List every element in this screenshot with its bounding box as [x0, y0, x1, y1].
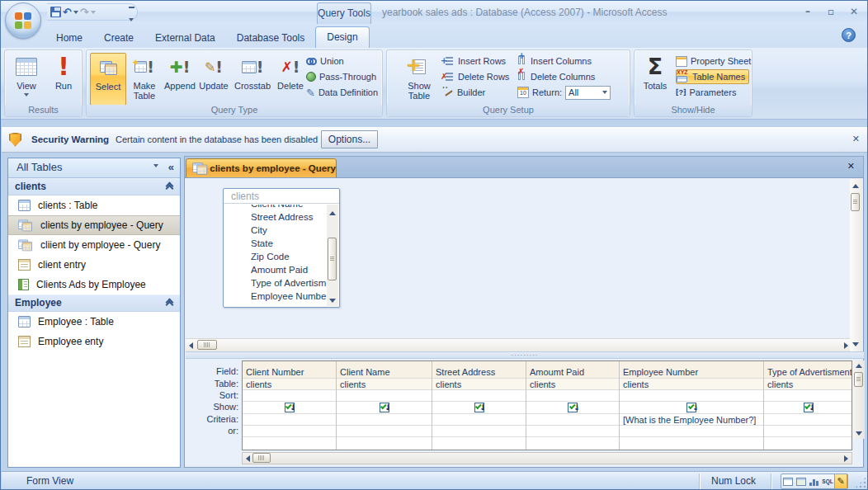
collapse-chevron-icon[interactable]: ▴▴: [166, 183, 173, 192]
return-combo[interactable]: All: [565, 86, 611, 100]
grid-cell-sort[interactable]: [526, 390, 619, 402]
delete-rows-button[interactable]: ✗ Delete Rows: [443, 69, 509, 84]
delete-columns-button[interactable]: ✗ Delete Columns: [517, 69, 595, 84]
pane-splitter[interactable]: ·········: [186, 351, 864, 359]
field-list-item[interactable]: Zip Code: [224, 250, 327, 263]
delete-query-button[interactable]: ✗! Delete: [273, 53, 308, 106]
grid-cell-field[interactable]: Employee Number: [620, 361, 763, 379]
grid-cell-criteria[interactable]: [432, 414, 526, 426]
nav-item[interactable]: cliient by employee - Query: [8, 235, 180, 255]
insert-columns-button[interactable]: + Insert Columns: [517, 54, 592, 68]
grid-cell-or[interactable]: [526, 426, 619, 437]
tab-external-data[interactable]: External Data: [144, 28, 226, 48]
resize-grip[interactable]: [855, 477, 866, 488]
grid-cell-criteria[interactable]: [526, 414, 619, 426]
show-checkbox[interactable]: ✔: [686, 403, 696, 412]
nav-group-header-clients[interactable]: clients▴▴: [8, 178, 180, 196]
save-icon[interactable]: [50, 7, 61, 17]
sql-view-button[interactable]: SQL: [821, 474, 834, 488]
update-button[interactable]: ✎! Update: [196, 53, 232, 106]
show-checkbox[interactable]: ✔: [568, 403, 578, 412]
grid-cell-field[interactable]: Client Number: [243, 361, 336, 379]
grid-cell-sort[interactable]: [337, 390, 432, 402]
grid-cell-criteria[interactable]: [What is the Employee Number?]: [620, 414, 763, 426]
top-pane-hscrollbar[interactable]: [186, 338, 851, 351]
office-button[interactable]: [5, 2, 41, 39]
run-button[interactable]: ! Run: [48, 53, 79, 106]
close-button[interactable]: ✕: [847, 6, 861, 17]
show-checkbox[interactable]: ✔: [380, 403, 389, 412]
collapse-chevron-icon[interactable]: ▴▴: [166, 299, 173, 309]
totals-button[interactable]: Σ Totals: [639, 53, 671, 106]
undo-icon[interactable]: ↶: [63, 7, 72, 17]
datasheet-view-button[interactable]: [781, 474, 795, 488]
document-tab[interactable]: clients by employee - Query: [186, 158, 337, 178]
field-list-item[interactable]: Street Address: [224, 210, 327, 224]
grid-cell-or[interactable]: [337, 426, 432, 437]
grid-cell-or[interactable]: [764, 426, 852, 437]
tab-design[interactable]: Design: [315, 26, 369, 48]
grid-cell-sort[interactable]: [432, 390, 526, 402]
grid-cell-field[interactable]: Type of Advertisment: [764, 361, 852, 379]
design-view-button[interactable]: ✎: [834, 474, 847, 488]
nav-item[interactable]: client entry: [8, 255, 180, 275]
grid-cell-or[interactable]: [243, 426, 336, 437]
tab-home[interactable]: Home: [45, 28, 93, 48]
nav-item[interactable]: Employee enty: [8, 332, 180, 351]
minimize-button[interactable]: –: [801, 6, 814, 17]
property-sheet-button[interactable]: Property Sheet: [676, 54, 751, 68]
grid-cell-show[interactable]: ✔: [432, 402, 526, 414]
pivotchart-view-button[interactable]: [808, 474, 821, 488]
insert-rows-button[interactable]: + Insert Rows: [443, 54, 506, 68]
grid-cell-table[interactable]: clients: [620, 379, 763, 390]
nav-pane-collapse-icon[interactable]: «: [168, 161, 174, 173]
show-table-button[interactable]: + Show Table: [400, 53, 438, 106]
undo-dropdown-icon[interactable]: [73, 11, 78, 14]
grid-cell-field[interactable]: Amoumt Paid: [526, 361, 619, 379]
grid-cell-sort[interactable]: [620, 390, 763, 402]
grid-cell-sort[interactable]: [243, 390, 336, 402]
view-button[interactable]: View: [10, 53, 43, 106]
document-close-icon[interactable]: ✕: [847, 161, 855, 172]
grid-cell-sort[interactable]: [764, 390, 852, 402]
maximize-button[interactable]: ▫: [824, 6, 837, 17]
grid-cell-or[interactable]: [620, 426, 763, 437]
grid-cell-or[interactable]: [432, 426, 526, 437]
redo-icon[interactable]: ↷: [80, 7, 89, 17]
show-checkbox[interactable]: ✔: [474, 403, 484, 412]
parameters-button[interactable]: ⁅?⁆ Parameters: [676, 85, 736, 100]
crosstab-button[interactable]: ! Crosstab: [232, 53, 273, 106]
grid-cell-field[interactable]: Client Name: [337, 361, 432, 379]
data-definition-button[interactable]: ✎ Data Definition: [306, 85, 378, 100]
show-checkbox[interactable]: ✔: [804, 403, 814, 412]
nav-group-header-employee[interactable]: Employee▴▴: [8, 294, 180, 312]
grid-cell-show[interactable]: ✔: [526, 402, 619, 414]
grid-cell-show[interactable]: ✔: [620, 402, 763, 414]
grid-cell-table[interactable]: clients: [432, 379, 526, 390]
grid-cell-criteria[interactable]: [764, 414, 852, 426]
security-bar-close-icon[interactable]: ✕: [852, 134, 860, 144]
top-pane-vscrollbar[interactable]: [850, 179, 862, 351]
field-list-item[interactable]: Amoumt Paid: [224, 263, 327, 276]
field-list-item[interactable]: City: [224, 224, 327, 237]
show-checkbox[interactable]: ✔: [285, 403, 295, 412]
field-list-item[interactable]: Type of Advertism: [224, 276, 327, 290]
grid-cell-show[interactable]: ✔: [337, 402, 432, 414]
tab-database-tools[interactable]: Database Tools: [226, 28, 316, 48]
options-button[interactable]: Options...: [321, 130, 378, 148]
nav-pane-dropdown-icon[interactable]: [153, 164, 158, 167]
make-table-button[interactable]: ✦! Make Table: [128, 53, 161, 106]
pivottable-view-button[interactable]: [795, 474, 808, 488]
field-list-scrollbar[interactable]: [327, 205, 338, 306]
grid-cell-table[interactable]: clients: [764, 379, 852, 390]
builder-button[interactable]: Builder: [443, 85, 485, 100]
grid-cell-show[interactable]: ✔: [764, 402, 852, 414]
nav-item[interactable]: Clients Ads by Employee: [8, 275, 180, 294]
tab-create[interactable]: Create: [93, 28, 144, 48]
qat-customize-icon[interactable]: [126, 7, 136, 25]
pass-through-button[interactable]: Pass-Through: [306, 69, 376, 84]
nav-item[interactable]: clients : Table: [8, 196, 180, 215]
grid-cell-table[interactable]: clients: [526, 379, 619, 390]
grid-cell-field[interactable]: Street Address: [432, 361, 526, 379]
union-button[interactable]: Union: [306, 54, 344, 68]
